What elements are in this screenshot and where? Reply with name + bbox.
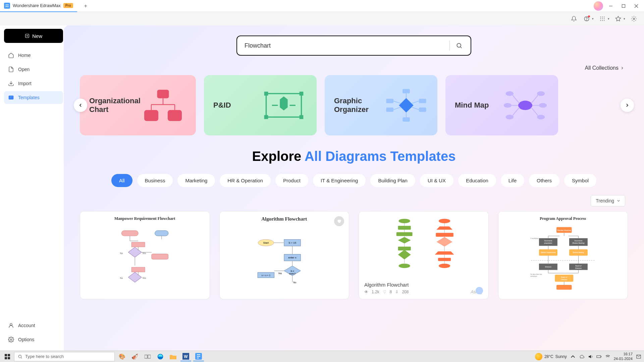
premium-icon[interactable] [614, 15, 622, 23]
new-button[interactable]: New [4, 29, 63, 43]
premium-caret: ▾ [624, 17, 625, 20]
close-button[interactable] [631, 1, 641, 11]
favorite-button[interactable] [334, 216, 344, 226]
svg-rect-135 [601, 356, 601, 357]
shares-icon: ⇩ [395, 290, 398, 294]
category-illustration [384, 85, 428, 125]
svg-line-51 [412, 107, 419, 110]
svg-rect-21 [10, 97, 13, 97]
template-name: Algorithm Flowchart [364, 282, 483, 288]
svg-text:No: No [120, 252, 123, 254]
filter-it[interactable]: IT & Engineering [313, 174, 366, 187]
taskbar-edrawmax-icon[interactable] [193, 352, 204, 361]
add-tab-button[interactable]: + [81, 1, 91, 11]
category-graphic-organizer[interactable]: Graphic Organizer [325, 75, 437, 135]
svg-marker-39 [399, 98, 413, 112]
settings-icon[interactable] [630, 15, 638, 23]
filter-all[interactable]: All [111, 174, 132, 187]
apps-icon[interactable] [598, 15, 606, 23]
filter-life[interactable]: Life [501, 174, 524, 187]
svg-text:x = x + 1: x = x + 1 [262, 274, 271, 277]
svg-point-54 [537, 91, 545, 96]
taskbar-datetime[interactable]: 16:17 24-01-2024 [614, 352, 633, 361]
taskbar-taskview-icon[interactable] [142, 352, 153, 361]
maximize-button[interactable] [619, 1, 629, 11]
svg-rect-60 [155, 231, 168, 236]
svg-text:Directors: Directors [575, 267, 582, 269]
sidebar-item-import[interactable]: Import [4, 77, 63, 90]
template-card[interactable]: Algorithm Flowchart StartS = 15enter xIs… [219, 211, 350, 299]
svg-text:No less than two: No less than two [531, 274, 542, 275]
category-pid[interactable]: P&ID [204, 75, 317, 135]
filter-symbol[interactable]: Symbol [564, 174, 596, 187]
svg-text:enter x: enter x [288, 256, 297, 259]
file-icon [8, 66, 14, 72]
tray-wifi-icon[interactable] [605, 354, 610, 359]
tray-chevron-icon[interactable] [570, 354, 576, 359]
template-card[interactable]: Manpower Requirement Flowchart NoYesNoYe… [80, 211, 210, 299]
new-button-label: New [32, 33, 42, 39]
tray-onedrive-icon[interactable] [579, 354, 584, 359]
svg-line-26 [461, 47, 462, 48]
start-button[interactable] [3, 352, 12, 361]
svg-text:Documents: Documents [544, 240, 553, 242]
category-label: Graphic Organizer [334, 97, 384, 114]
filter-product[interactable]: Product [275, 174, 308, 187]
svg-rect-128 [145, 355, 147, 358]
minimize-button[interactable] [606, 1, 616, 11]
taskbar-apps-icon[interactable]: 🎨 [117, 352, 127, 361]
svg-text:(Review Meeting): (Review Meeting) [572, 242, 585, 244]
svg-marker-91 [436, 227, 452, 230]
svg-text:Yes: Yes [142, 277, 146, 279]
tray-notifications-icon[interactable] [636, 354, 641, 359]
help-icon[interactable] [583, 15, 591, 23]
taskbar-explorer-icon[interactable] [168, 352, 178, 361]
taskbar-search[interactable]: Type here to search [14, 352, 115, 361]
filter-building[interactable]: Building Plan [370, 174, 415, 187]
svg-point-7 [602, 17, 603, 17]
search-button[interactable] [455, 42, 463, 50]
app-tab[interactable]: Wondershare EdrawMax Pro [0, 0, 77, 12]
template-thumb-title: Program Approval Process [540, 216, 586, 221]
sidebar-item-account[interactable]: Account [4, 319, 63, 332]
filter-education[interactable]: Education [458, 174, 496, 187]
template-thumb-title: Manpower Requirement Flowchart [114, 216, 175, 221]
sidebar-item-open[interactable]: Open [4, 63, 63, 76]
sidebar-item-home[interactable]: Home [4, 49, 63, 62]
category-mind-map[interactable]: Mind Map [445, 75, 558, 135]
template-card[interactable]: Program Approval Process Review Meeting … [498, 211, 628, 299]
search-input[interactable] [245, 42, 444, 49]
user-avatar[interactable] [594, 1, 603, 11]
filter-hr[interactable]: HR & Operation [220, 174, 271, 187]
svg-text:Review Meeting: Review Meeting [557, 229, 571, 231]
tray-battery-icon[interactable] [596, 354, 602, 359]
all-collections-link[interactable]: All Collections [80, 65, 628, 71]
tray-volume-icon[interactable] [588, 354, 593, 359]
taskbar-word-icon[interactable]: W [180, 352, 191, 361]
search-icon [456, 42, 463, 49]
filter-business[interactable]: Business [137, 174, 173, 187]
sidebar-item-options[interactable]: Options [4, 333, 63, 346]
taskbar-edge-icon[interactable] [155, 352, 166, 361]
likes-icon: ♡ [383, 290, 386, 294]
svg-rect-44 [386, 107, 393, 112]
carousel-next-button[interactable] [621, 99, 634, 112]
filter-others[interactable]: Others [529, 174, 559, 187]
weather-icon [535, 353, 542, 360]
carousel-prev-button[interactable] [74, 99, 87, 112]
sort-select[interactable]: Trending [591, 195, 625, 206]
filter-uiux[interactable]: UI & UX [420, 174, 453, 187]
template-card[interactable]: Algorithm Flowchart 👁1.2k ♡8 ⇩208 Ashley [359, 211, 489, 299]
sidebar-item-templates[interactable]: Templates [4, 91, 63, 104]
svg-point-25 [457, 43, 461, 47]
notification-dot [588, 15, 590, 17]
category-organizational-chart[interactable]: Organizational Chart [80, 75, 196, 135]
taskbar-apps-icon[interactable]: 🎻 [129, 352, 140, 361]
filter-marketing[interactable]: Marketing [177, 174, 215, 187]
template-thumb [359, 212, 488, 279]
notification-icon[interactable] [570, 15, 578, 23]
svg-point-12 [600, 20, 601, 21]
svg-rect-42 [386, 99, 393, 103]
svg-text:preparation: preparation [544, 242, 552, 244]
weather-widget[interactable]: 28°C Sunny [535, 353, 567, 360]
